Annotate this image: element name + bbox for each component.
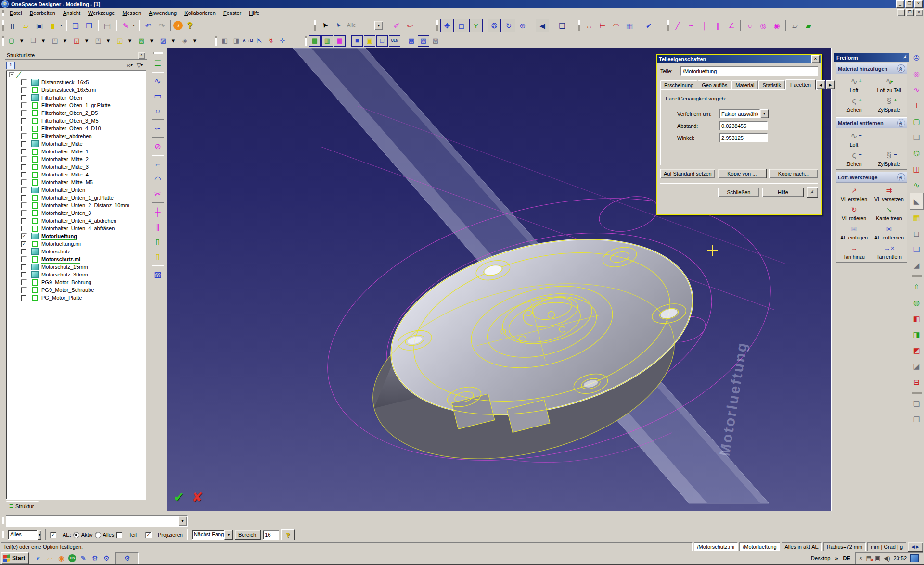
command-bar-grip[interactable]	[2, 517, 4, 524]
tab-axis[interactable]: ⊥	[911, 98, 923, 113]
tree-item[interactable]: Filterhalter_Oben_3_M5	[6, 117, 146, 125]
op-turn-dropdown[interactable]: ▾	[146, 36, 157, 46]
filter-dropdown[interactable]: ▾	[141, 63, 146, 67]
wp-view-3-button[interactable]: ▦	[334, 35, 346, 47]
export-dropdown[interactable]: ▾	[59, 19, 64, 32]
show-checkbox[interactable]	[21, 102, 27, 109]
copy-button[interactable]: ❏	[69, 19, 82, 32]
workplane-a-button[interactable]: ▯	[151, 235, 165, 249]
confirm-check-icon[interactable]: ✔	[173, 490, 184, 505]
structure-panel-header[interactable]: Strukturliste ×	[5, 51, 147, 60]
op-revolve-dropdown[interactable]: ▾	[60, 36, 70, 46]
winkel-input[interactable]	[719, 133, 768, 142]
desktop-toolbar-label[interactable]: Desktop	[810, 555, 831, 561]
tree-item[interactable]: Motorhalter_Mitte	[6, 140, 146, 148]
show-checkbox[interactable]	[21, 202, 27, 209]
section-header[interactable]: Material entfernen ≪	[836, 118, 907, 128]
show-checkbox[interactable]	[21, 272, 27, 278]
op-turn-button[interactable]: ▧	[136, 36, 147, 46]
firefox-icon[interactable]: ◉	[57, 554, 65, 563]
calculator-button[interactable]: ▦	[623, 19, 636, 32]
tool-loft-zu-teil[interactable]: ∿▸Loft zu Teil	[872, 76, 907, 93]
op-pull-dropdown[interactable]: ▾	[81, 36, 92, 46]
show-checkbox[interactable]	[21, 79, 27, 86]
pan-view-button[interactable]: ✥	[440, 19, 454, 32]
bereich-input[interactable]	[263, 530, 279, 540]
kopie-von-button[interactable]: Kopie von ...	[718, 169, 767, 178]
zoom-window-button[interactable]: ◻	[455, 19, 468, 32]
workplane-new-dropdown[interactable]: ▾	[16, 36, 27, 46]
freiform-header[interactable]: Freiform ⊦	[834, 53, 909, 62]
assembly-new-button[interactable]: ◨	[231, 36, 242, 46]
toolbar-grip[interactable]	[153, 52, 163, 54]
gear-app-icon-1[interactable]: ⚙	[90, 554, 99, 563]
show-checkbox[interactable]	[21, 264, 27, 270]
tool-loft-sub[interactable]: ∿−Loft	[836, 131, 872, 148]
abstand-input[interactable]	[719, 121, 768, 130]
op-mill-button[interactable]: ◰	[93, 36, 103, 46]
teil-checkbox[interactable]	[116, 532, 122, 538]
format-painter-dropdown[interactable]: ▾	[131, 19, 136, 32]
tree-item[interactable]: Motorhalter_Unten_4_abdrehen	[6, 217, 146, 225]
hs-app-icon[interactable]: HS	[68, 554, 76, 562]
toolbar-grip[interactable]	[578, 20, 580, 31]
tab-freiform-active[interactable]: ◣	[910, 193, 924, 210]
show-checkbox[interactable]	[21, 110, 27, 116]
help-button[interactable]: ?	[183, 19, 196, 32]
tool-vl-rotieren[interactable]: ↻VL rotieren	[836, 204, 872, 221]
tree-item[interactable]: Motorhalter_Unten_2_Distanz_10mm	[6, 201, 146, 209]
tree-item[interactable]: Motorlueftung.mi	[6, 240, 146, 248]
save-button[interactable]: ▣	[33, 19, 46, 32]
tree-item[interactable]: Filterhalter_abdrehen	[6, 132, 146, 140]
menu-anwendung[interactable]: Anwendung	[145, 9, 180, 17]
menu-werkzeuge[interactable]: Werkzeuge	[84, 9, 118, 17]
ae-checkbox[interactable]	[50, 532, 56, 538]
menu-ansicht[interactable]: Ansicht	[59, 9, 84, 17]
binoculars-icon[interactable]: ∞	[127, 62, 131, 69]
show-checkbox[interactable]	[21, 226, 27, 232]
show-checkbox[interactable]	[21, 172, 27, 178]
section-header[interactable]: Loft-Werkzeuge ≪	[836, 172, 907, 183]
folder-icon[interactable]: ▱	[45, 554, 54, 563]
tool-kante-trenn[interactable]: ↘Kante trenn	[872, 204, 907, 221]
toolbar-grip[interactable]	[2, 20, 4, 31]
wp-view-2-button[interactable]: ▥	[321, 35, 333, 47]
projizieren-checkbox[interactable]	[145, 532, 152, 538]
tray-chevron-icon[interactable]: «	[858, 557, 864, 560]
show-checkbox[interactable]	[21, 149, 27, 155]
zoom-in-button[interactable]: ⊕	[516, 19, 529, 32]
mdi-close-button[interactable]: ×	[915, 9, 923, 16]
camera-button[interactable]: ❑	[556, 19, 568, 32]
tab-cylinder[interactable]: ⌬	[911, 145, 923, 161]
trim-button[interactable]: ✂	[151, 187, 165, 201]
toolbar-grip[interactable]	[436, 20, 438, 31]
show-checkbox[interactable]	[21, 249, 27, 255]
tab-wave[interactable]: ∿	[911, 177, 923, 193]
options-bar-grip[interactable]	[2, 531, 4, 538]
op-punch-dropdown[interactable]: ▾	[125, 36, 135, 46]
hierarchy-button[interactable]: ☰	[151, 56, 165, 70]
verify-button[interactable]: ✔	[642, 19, 655, 32]
verfeinern-value[interactable]	[719, 109, 760, 118]
pick-filter-button[interactable]: ➣	[329, 17, 346, 34]
tool-tan-hinzu[interactable]: →Tan hinzu	[836, 243, 872, 260]
tree-item[interactable]: Motorhalter_Mitte_1	[6, 148, 146, 155]
redo-button[interactable]: ↷	[155, 19, 168, 32]
show-checkbox[interactable]	[21, 164, 27, 170]
structure-panel-close-icon[interactable]: ×	[138, 52, 145, 59]
command-dropdown-icon[interactable]: ▾	[178, 516, 187, 526]
tree-root-row[interactable]: − ╱	[6, 71, 146, 78]
tool-loft-add[interactable]: ∿+Loft	[836, 76, 872, 93]
op-pull-button[interactable]: ◱	[71, 36, 82, 46]
tree-item-active[interactable]: Motorlueftung	[6, 232, 146, 240]
tree-item[interactable]: Motorhalter_Unten_4_abfräsen	[6, 225, 146, 232]
tab-gray-box-2[interactable]: ❐	[911, 412, 923, 427]
show-checkbox[interactable]	[21, 241, 27, 247]
collapse-icon[interactable]: −	[9, 72, 14, 77]
dialog-titlebar[interactable]: Teileeigenschaften ×	[657, 55, 821, 63]
start-button[interactable]: Start	[1, 552, 29, 564]
tree-item[interactable]: PG9_Motor_Bohrung	[6, 278, 146, 286]
tab-scroll-right-icon[interactable]: ▶	[826, 80, 835, 89]
menu-datei[interactable]: Datei	[6, 9, 26, 17]
tool-vl-erstellen[interactable]: ↗VL erstellen	[836, 185, 872, 202]
